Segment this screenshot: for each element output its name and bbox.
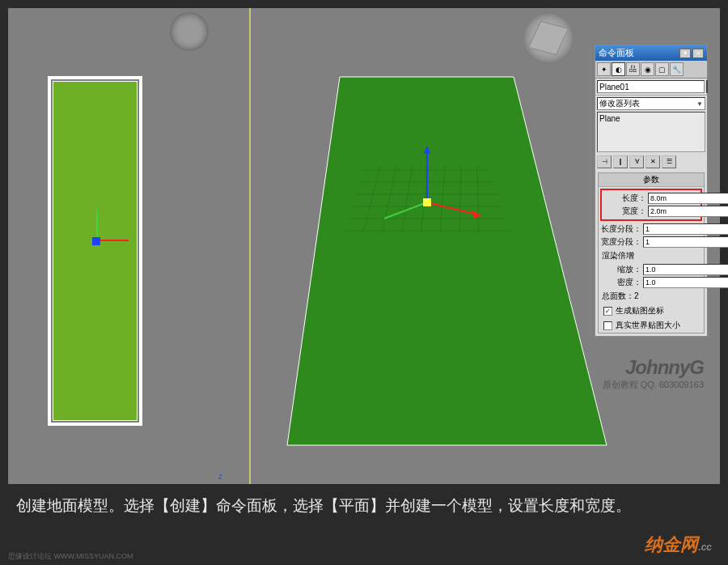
density-label: 密度： xyxy=(601,277,641,288)
object-color-swatch[interactable] xyxy=(706,80,708,93)
gen-coords-label: 生成贴图坐标 xyxy=(616,305,664,316)
stack-item-plane[interactable]: Plane xyxy=(599,114,703,123)
utilities-tab-icon[interactable]: 🔧 xyxy=(670,62,684,76)
watermark-brand: 纳金网.cc xyxy=(645,533,712,557)
command-panel: 命令面板 ▾ × ✦ ◐ 品 ◉ ▢ 🔧 修改器列表 ▼ Plane ⊣ ‖ xyxy=(595,45,708,337)
modify-tab-icon[interactable]: ◐ xyxy=(612,62,625,76)
render-mult-header: 渲染倍增 xyxy=(599,249,704,263)
params-header[interactable]: 参数 xyxy=(599,173,704,187)
y-axis[interactable] xyxy=(96,209,98,241)
plane-object-perspective[interactable] xyxy=(275,65,639,453)
configure-sets-icon[interactable]: ☰ xyxy=(662,155,676,168)
panel-titlebar[interactable]: 命令面板 ▾ × xyxy=(595,45,707,61)
panel-tabs: ✦ ◐ 品 ◉ ▢ 🔧 xyxy=(595,61,707,79)
plane-object-top-view[interactable] xyxy=(53,81,138,421)
caption-text: 创建地面模型。选择【创建】命令面板，选择【平面】并创建一个模型，设置长度和宽度。 xyxy=(16,497,631,514)
x-axis[interactable] xyxy=(96,240,129,241)
length-seg-input[interactable] xyxy=(643,223,728,235)
z-axis[interactable] xyxy=(92,237,100,245)
watermark-author: JohnnyG 原创教程 QQ. 603009163 xyxy=(603,356,704,391)
object-name-input[interactable] xyxy=(597,80,705,93)
main-area: 命令面板 ▾ × ✦ ◐ 品 ◉ ▢ 🔧 修改器列表 ▼ Plane ⊣ ‖ xyxy=(8,8,720,484)
gizmo-center xyxy=(423,198,431,206)
scale-label: 缩放： xyxy=(601,264,641,275)
length-input[interactable] xyxy=(648,193,728,204)
density-input[interactable] xyxy=(643,277,728,288)
axis-label-z: z xyxy=(218,472,222,481)
width-seg-label: 宽度分段： xyxy=(601,236,641,248)
width-input[interactable] xyxy=(648,206,728,217)
highlighted-params: 长度： ▴▾ 宽度： ▴▾ xyxy=(600,189,702,221)
length-label: 长度： xyxy=(606,193,646,204)
real-world-checkbox[interactable] xyxy=(603,321,612,330)
width-seg-input[interactable] xyxy=(643,236,728,248)
author-sub: 原创教程 QQ. 603009163 xyxy=(603,379,704,391)
display-tab-icon[interactable]: ▢ xyxy=(655,62,669,76)
width-label: 宽度： xyxy=(606,206,646,217)
viewcube-right[interactable] xyxy=(523,12,574,64)
show-result-icon[interactable]: ‖ xyxy=(613,155,628,168)
unique-icon[interactable]: ∀ xyxy=(629,155,644,168)
scale-input[interactable] xyxy=(643,264,728,275)
parameters-rollout: 参数 长度： ▴▾ 宽度： ▴▾ 长度分段： ▴▾ 宽度分段： xyxy=(598,172,705,333)
remove-modifier-icon[interactable]: ✕ xyxy=(645,155,660,168)
plane-surface xyxy=(287,77,607,445)
modifier-stack[interactable]: Plane xyxy=(597,112,705,152)
chevron-down-icon: ▼ xyxy=(696,100,703,108)
motion-tab-icon[interactable]: ◉ xyxy=(641,62,654,76)
panel-menu-icon[interactable]: ▾ xyxy=(679,49,691,58)
total-faces-text: 总面数：2 xyxy=(599,289,704,304)
panel-title-text: 命令面板 xyxy=(599,47,634,59)
author-name: JohnnyG xyxy=(603,356,704,379)
modifier-dropdown-label: 修改器列表 xyxy=(599,98,640,109)
modifier-list-dropdown[interactable]: 修改器列表 ▼ xyxy=(597,97,705,110)
length-seg-label: 长度分段： xyxy=(601,223,641,235)
panel-close-icon[interactable]: × xyxy=(692,49,704,58)
viewport-top[interactable] xyxy=(8,8,251,484)
footer-credit: 思缘设计论坛 WWW.MISSYUAN.COM xyxy=(8,551,133,562)
create-tab-icon[interactable]: ✦ xyxy=(597,62,611,76)
gen-coords-checkbox[interactable]: ✓ xyxy=(603,307,612,316)
pin-stack-icon[interactable]: ⊣ xyxy=(597,155,612,168)
viewcube-cube-icon[interactable] xyxy=(528,21,569,55)
transform-gizmo-top[interactable] xyxy=(85,210,125,251)
real-world-label: 真实世界贴图大小 xyxy=(616,320,680,331)
viewcube-left[interactable] xyxy=(170,12,209,51)
hierarchy-tab-icon[interactable]: 品 xyxy=(626,62,640,76)
stack-toolbar: ⊣ ‖ ∀ ✕ ☰ xyxy=(595,154,707,170)
